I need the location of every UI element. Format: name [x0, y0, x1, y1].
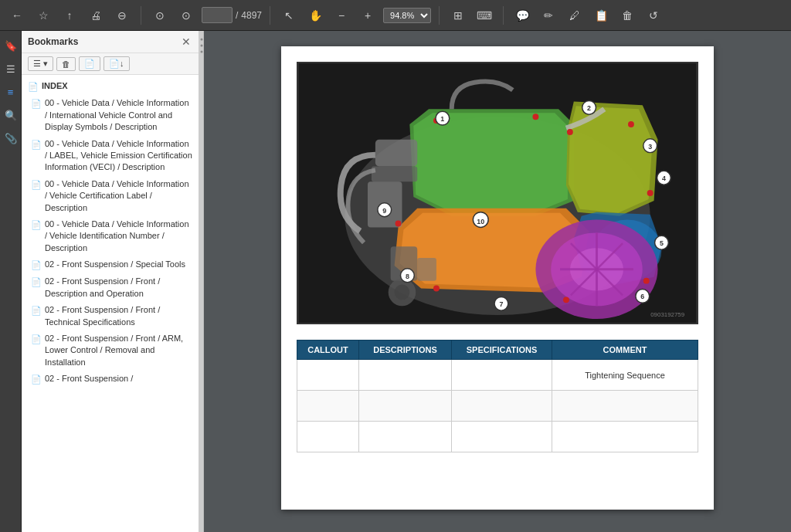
svg-point-21 [532, 114, 538, 120]
svg-point-0 [201, 38, 203, 40]
left-icon-bar: 🔖 ☰ ≡ 🔍 📎 [0, 31, 22, 532]
delete-bookmark-button[interactable]: 🗑 [56, 57, 76, 71]
highlight-button[interactable]: 🖊 [564, 5, 586, 26]
svg-point-22 [567, 129, 573, 135]
descriptions-header: DESCRIPTIONS [359, 341, 452, 360]
comment-button[interactable]: 💬 [511, 5, 533, 26]
table-header-row: CALLOUT DESCRIPTIONS SPECIFICATIONS COMM… [297, 341, 698, 360]
keyboard-button[interactable]: ⌨ [474, 5, 495, 26]
bookmark-text-6: 02 - Front Suspension / Front / Descript… [45, 276, 192, 300]
cloud-upload-button[interactable]: ↑ [59, 5, 80, 26]
comment-header: COMMENT [552, 341, 698, 360]
spec-cell-1 [452, 360, 552, 391]
spec-cell-2 [452, 391, 552, 422]
callout-cell-1 [297, 360, 359, 391]
svg-text:1: 1 [440, 115, 444, 123]
list-item[interactable]: 📄 02 - Front Suspension / Front / Descri… [22, 273, 199, 302]
list-item[interactable]: 📄 00 - Vehicle Data / Vehicle Informatio… [22, 136, 199, 176]
list-item[interactable]: 📄 00 - Vehicle Data / Vehicle Informatio… [22, 176, 199, 216]
svg-text:6: 6 [640, 293, 644, 300]
stamp-button[interactable]: 📋 [590, 5, 612, 26]
bookmark-text-7: 02 - Front Suspension / Front / Technica… [45, 304, 192, 328]
separator-4 [503, 6, 504, 25]
page-fit-button[interactable]: ⊞ [447, 5, 469, 26]
list-item[interactable]: 📄 02 - Front Suspension / Special Tools [22, 256, 199, 273]
svg-text:0903192759: 0903192759 [650, 311, 684, 318]
spec-cell-3 [452, 422, 552, 452]
zoom-out-button[interactable]: − [331, 5, 352, 26]
bookmark-text-2: 00 - Vehicle Data / Vehicle Information … [45, 138, 192, 174]
print-button[interactable]: 🖨 [85, 5, 107, 26]
list-item[interactable]: 📄 02 - Front Suspension / Front / ARM, L… [22, 330, 199, 371]
star-button[interactable]: ☆ [32, 5, 54, 26]
main-layout: 🔖 ☰ ≡ 🔍 📎 Bookmarks ✕ ☰ ▾ 🗑 📄 📄↓ 📄 INDEX… [0, 31, 791, 532]
list-item[interactable]: 📄 00 - Vehicle Data / Vehicle Informatio… [22, 216, 199, 256]
back-button[interactable]: ← [6, 5, 28, 26]
bookmarks-sidebar: Bookmarks ✕ ☰ ▾ 🗑 📄 📄↓ 📄 INDEX 📄 00 - Ve… [22, 31, 199, 532]
new-child-bookmark-button[interactable]: 📄↓ [104, 56, 130, 71]
list-item[interactable]: 📄 02 - Front Suspension / [22, 371, 199, 388]
svg-point-2 [201, 50, 203, 53]
separator-1 [141, 6, 141, 25]
draw-button[interactable]: ✏ [538, 5, 559, 26]
list-item[interactable]: 📄 00 - Vehicle Data / Vehicle Informatio… [22, 95, 199, 135]
svg-text:7: 7 [499, 300, 503, 308]
total-pages: 4897 [241, 10, 262, 21]
cursor-tool-button[interactable]: ↖ [278, 5, 300, 26]
layers-panel-button[interactable]: ≡ [2, 83, 19, 100]
bookmark-icon-8: 📄 [31, 334, 42, 345]
callout-cell-2 [297, 391, 359, 422]
new-bookmark-button[interactable]: 📄 [79, 56, 100, 71]
desc-cell-2 [359, 391, 452, 422]
list-item[interactable]: 📄 02 - Front Suspension / Front / Techni… [22, 302, 199, 330]
bookmarks-panel-button[interactable]: 🔖 [2, 37, 19, 54]
engine-image: 1 2 3 4 5 6 [297, 62, 698, 324]
attachments-panel-button[interactable]: 📎 [2, 130, 19, 147]
hand-tool-button[interactable]: ✋ [304, 5, 326, 26]
bookmark-text-9: 02 - Front Suspension / [45, 373, 192, 385]
delete-annotation-button[interactable]: 🗑 [616, 5, 638, 26]
spec-table: CALLOUT DESCRIPTIONS SPECIFICATIONS COMM… [297, 340, 698, 452]
sidebar-title: Bookmarks [28, 36, 78, 47]
content-area[interactable]: 1 2 3 4 5 6 [204, 31, 791, 532]
callout-header: CALLOUT [297, 341, 359, 360]
svg-text:2: 2 [587, 104, 591, 112]
expand-collapse-button[interactable]: ☰ ▾ [28, 56, 53, 71]
bookmark-index[interactable]: 📄 INDEX [22, 78, 199, 95]
bookmark-list: 📄 INDEX 📄 00 - Vehicle Data / Vehicle In… [22, 75, 199, 532]
prev-page-button[interactable]: ⊙ [149, 5, 171, 26]
bookmark-index-text: INDEX [42, 80, 192, 92]
bookmark-text-1: 00 - Vehicle Data / Vehicle Information … [45, 97, 192, 133]
undo-button[interactable]: ↺ [643, 5, 664, 26]
search-panel-button[interactable]: 🔍 [2, 107, 19, 124]
sidebar-toolbar: ☰ ▾ 🗑 📄 📄↓ [22, 53, 199, 75]
page-navigation: 1821 / 4897 [202, 7, 262, 23]
close-sidebar-button[interactable]: ✕ [180, 36, 192, 48]
table-row: Tightening Sequence [297, 360, 698, 391]
bookmark-icon-4: 📄 [31, 219, 42, 231]
table-row [297, 422, 698, 452]
zoom-dropdown[interactable]: 94.8% 75% 100% 125% 150% [383, 8, 431, 23]
svg-point-25 [643, 278, 650, 284]
bookmark-icon-7: 📄 [31, 305, 42, 317]
bookmark-icon-2: 📄 [31, 139, 42, 151]
svg-point-1 [201, 44, 203, 46]
svg-point-28 [396, 221, 402, 227]
separator-3 [439, 6, 440, 25]
svg-text:4: 4 [662, 175, 666, 182]
bookmark-icon-6: 📄 [31, 276, 42, 288]
pdf-page: 1 2 3 4 5 6 [281, 46, 714, 510]
current-page-input[interactable]: 1821 [202, 7, 233, 23]
comment-cell-3 [552, 422, 698, 452]
bookmark-index-icon: 📄 [28, 81, 39, 93]
specifications-header: SPECIFICATIONS [452, 341, 552, 360]
zoom-in-button[interactable]: + [357, 5, 379, 26]
svg-point-26 [563, 296, 569, 303]
next-page-button[interactable]: ⊙ [175, 5, 197, 26]
svg-rect-14 [372, 166, 417, 181]
zoom-out-tool-button[interactable]: ⊖ [111, 5, 133, 26]
bookmark-icon-5: 📄 [31, 259, 42, 271]
pages-panel-button[interactable]: ☰ [2, 60, 19, 77]
svg-text:5: 5 [660, 239, 664, 247]
svg-text:9: 9 [382, 207, 386, 215]
